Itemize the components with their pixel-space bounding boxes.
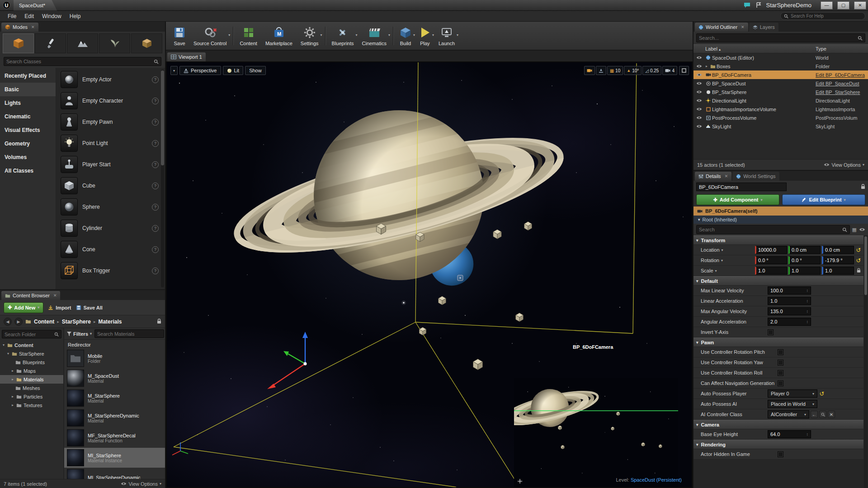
maximize-button[interactable]: ▢ [837, 1, 849, 9]
category-recently-placed[interactable]: Recently Placed [0, 69, 56, 83]
category-visual-effects[interactable]: Visual Effects [0, 123, 56, 137]
item-info-icon[interactable]: ? [152, 119, 159, 126]
item-info-icon[interactable]: ? [152, 225, 159, 232]
add-component-button[interactable]: ✚ Add Component ▾ [696, 194, 779, 205]
rotation-y-field[interactable]: 0.0 ° [788, 256, 821, 264]
level-name-link[interactable]: SpaceDust (Persistent) [631, 477, 682, 483]
spinner-icon[interactable]: ↕ [807, 288, 809, 293]
category-all-classes[interactable]: All Classes [0, 164, 56, 178]
place-item-sphere[interactable]: Sphere ? [61, 198, 159, 216]
feedback-bubble-icon[interactable] [744, 2, 751, 9]
angular-acceleration-field[interactable]: 2.0↕ [768, 318, 811, 326]
viewport-options-button[interactable]: ▾ [170, 66, 178, 75]
maximize-viewport-button[interactable] [679, 66, 689, 75]
breadcrumb-materials[interactable]: Materials [98, 319, 122, 325]
outliner-row-directionallight[interactable]: DirectionalLight DirectionalLight [693, 96, 868, 105]
category-geometry[interactable]: Geometry [0, 137, 56, 150]
scrollbar-thumb[interactable] [864, 236, 867, 295]
visibility-eye-icon[interactable] [693, 81, 704, 85]
eye-icon[interactable] [859, 227, 865, 232]
tab-world-settings[interactable]: World Settings [732, 172, 779, 181]
close-icon[interactable]: ✕ [725, 174, 728, 178]
scale-snap-button[interactable]: ◿0.25 [642, 66, 661, 75]
blueprints-button[interactable]: Blueprints ▾ [328, 23, 358, 49]
place-item-cone[interactable]: Cone ? [61, 241, 159, 258]
expand-icon[interactable]: ▾ [6, 352, 10, 356]
expand-icon[interactable]: ▸ [11, 394, 14, 399]
launch-button[interactable]: Launch ▾ [434, 23, 459, 49]
edit-blueprint-link[interactable]: Edit BP_StarSphere [816, 89, 868, 95]
outliner-column-header[interactable]: Label ▴ Type [693, 44, 868, 53]
edit-blueprint-link[interactable]: Edit BP_SpaceDust [816, 81, 868, 86]
browse-asset-button[interactable] [819, 411, 826, 418]
rotation-roll-checkbox[interactable] [778, 370, 783, 376]
property-matrix-icon[interactable]: ▦ [852, 227, 857, 233]
tree-item-starsphere[interactable]: ▾StarSphere [0, 349, 63, 358]
place-item-empty-actor[interactable]: Empty Actor ? [61, 71, 159, 88]
viewport-3d[interactable]: ▾ Perspective Lit Show [166, 61, 693, 488]
tree-item-materials[interactable]: ▸Materials [0, 375, 63, 384]
rotation-pitch-checkbox[interactable] [778, 349, 783, 355]
expand-icon[interactable]: ▸ [11, 377, 14, 381]
tab-details[interactable]: Details ✕ [695, 172, 731, 181]
category-cinematic[interactable]: Cinematic [0, 110, 56, 123]
ai-controller-class-select[interactable]: AIController▾ [768, 410, 809, 418]
auto-possess-player-select[interactable]: Player 0▾ [768, 389, 817, 398]
rotation-z-field[interactable]: -179.9 ° [822, 256, 854, 264]
modes-scrollbar[interactable] [161, 70, 164, 287]
item-info-icon[interactable]: ? [152, 267, 159, 274]
clear-asset-button[interactable]: ✕ [828, 411, 835, 418]
search-assets-box[interactable] [94, 329, 164, 338]
outliner-search-input[interactable] [699, 35, 856, 41]
section-camera[interactable]: ▾ Camera [693, 420, 863, 429]
perspective-button[interactable]: Perspective [179, 66, 221, 75]
outliner-row-boxes[interactable]: ▸ Boxes Folder [693, 62, 868, 70]
location-y-field[interactable]: 0.0 cm [788, 246, 821, 254]
outliner-row-lightmassimportancevolume[interactable]: LightmassImportanceVolume LightmassImpor… [693, 105, 868, 113]
menu-help[interactable]: Help [66, 13, 85, 19]
location-z-field[interactable]: 0.0 cm [822, 246, 854, 254]
mode-place-button[interactable] [3, 33, 34, 53]
search-assets-input[interactable] [97, 331, 161, 337]
rotation-yaw-checkbox[interactable] [778, 360, 783, 366]
asset-mf-starspheredecal[interactable]: MF_StarSphereDecalMaterial Function [64, 428, 165, 448]
close-icon[interactable]: ✕ [53, 293, 57, 298]
category-lights[interactable]: Lights [0, 96, 56, 110]
spinner-icon[interactable]: ↕ [807, 299, 809, 303]
outliner-row-skylight[interactable]: SkyLight SkyLight [693, 122, 868, 131]
mode-geometry-button[interactable] [131, 33, 162, 53]
menu-file[interactable]: File [4, 13, 20, 19]
show-menu-button[interactable]: Show [245, 66, 266, 75]
outliner-row-postprocessvolume[interactable]: PostProcessVolume PostProcessVolum [693, 113, 868, 122]
source-control-button[interactable]: ✖ Source Control ▾ [189, 23, 231, 49]
save-all-button[interactable]: Save All [76, 305, 103, 310]
linear-acceleration-field[interactable]: 1.0↕ [768, 297, 811, 305]
camera-lock-button[interactable] [584, 66, 595, 75]
active-filter-label[interactable]: Redirector [64, 340, 165, 348]
add-new-button[interactable]: ✚ Add New ▾ [4, 302, 43, 313]
asset-mobile[interactable]: MobileFolder [64, 348, 165, 368]
search-folders-input[interactable] [5, 332, 52, 337]
cb-view-options-button[interactable]: View Options ▾ [121, 481, 161, 487]
mode-landscape-button[interactable] [67, 33, 98, 53]
edit-blueprint-link[interactable]: Edit BP_6DoFCamera [816, 72, 868, 78]
minimize-button[interactable]: — [821, 1, 833, 9]
component-root-row[interactable]: ▾ Root (Inherited) [693, 216, 868, 224]
scale-label[interactable]: Scale▾ [701, 268, 755, 273]
section-pawn[interactable]: ▾ Pawn [693, 338, 863, 347]
spinner-icon[interactable]: ↕ [807, 432, 809, 436]
project-tab[interactable]: SpaceDust* [14, 0, 57, 11]
tab-viewport-1[interactable]: Viewport 1 [167, 52, 206, 61]
back-button[interactable]: ◀ [4, 318, 12, 326]
outliner-row-world[interactable]: SpaceDust (Editor) World [693, 53, 868, 62]
content-button[interactable]: Content [236, 23, 261, 49]
search-classes-input[interactable] [6, 59, 152, 64]
tree-item-particles[interactable]: ▸Particles [0, 392, 63, 401]
menu-edit[interactable]: Edit [20, 13, 38, 19]
tab-world-outliner[interactable]: World Outliner ✕ [695, 23, 748, 32]
scale-lock-icon[interactable] [855, 268, 862, 274]
reset-auto-possess-button[interactable]: ↺ [819, 391, 825, 397]
base-eye-height-field[interactable]: 64.0↕ [768, 430, 811, 438]
asset-m-starspheredynamic[interactable]: M_StarSphereDynamicMaterial [64, 408, 165, 428]
details-search-box[interactable] [696, 225, 850, 234]
